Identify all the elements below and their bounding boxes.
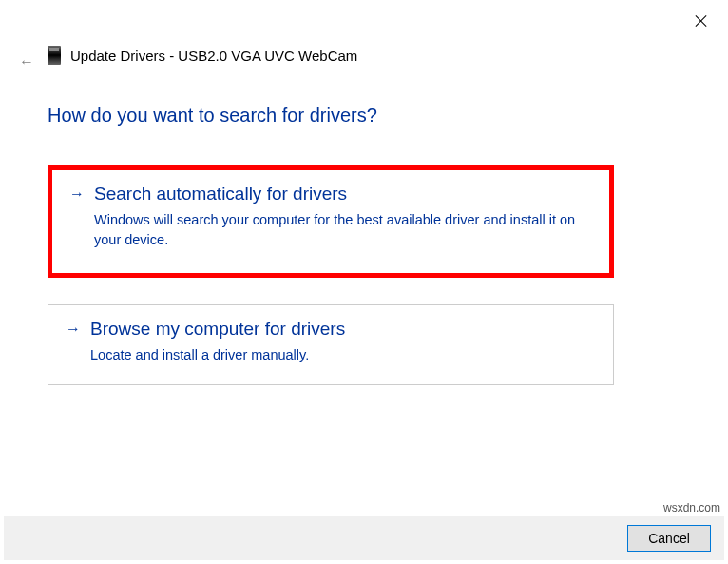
arrow-right-icon: → [66, 321, 81, 338]
dialog-footer: Cancel [4, 516, 724, 560]
option-title: Browse my computer for drivers [90, 319, 345, 340]
back-arrow-icon[interactable]: ← [19, 53, 34, 70]
option-header: → Search automatically for drivers [69, 184, 592, 204]
arrow-right-icon: → [69, 185, 85, 203]
options-list: → Search automatically for drivers Windo… [48, 165, 614, 385]
window-title: Update Drivers - USB2.0 VGA UVC WebCam [70, 48, 357, 64]
option-description: Windows will search your computer for th… [94, 210, 592, 250]
option-header: → Browse my computer for drivers [66, 319, 596, 340]
page-heading: How do you want to search for drivers? [48, 105, 377, 126]
option-title: Search automatically for drivers [94, 184, 347, 204]
window-title-row: Update Drivers - USB2.0 VGA UVC WebCam [48, 46, 357, 65]
option-browse-computer[interactable]: → Browse my computer for drivers Locate … [48, 304, 614, 385]
watermark: wsxdn.com [663, 501, 720, 515]
option-description: Locate and install a driver manually. [90, 345, 596, 365]
close-icon[interactable] [694, 13, 709, 29]
cancel-button[interactable]: Cancel [627, 525, 711, 552]
option-search-automatically[interactable]: → Search automatically for drivers Windo… [48, 165, 614, 278]
device-icon [48, 46, 61, 65]
